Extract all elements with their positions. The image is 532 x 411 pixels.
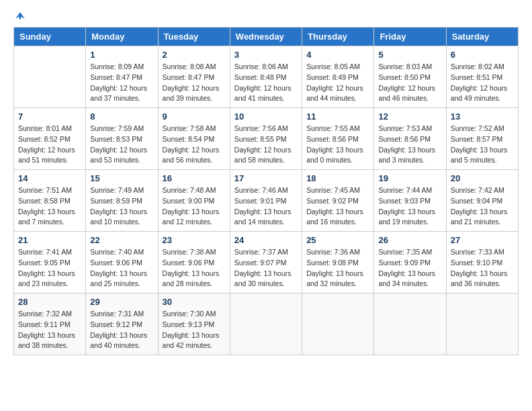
day-info: Sunrise: 7:30 AM Sunset: 9:13 PM Dayligh…	[163, 309, 226, 351]
day-number: 2	[163, 50, 226, 60]
day-number: 30	[163, 297, 226, 307]
day-info: Sunrise: 8:08 AM Sunset: 8:47 PM Dayligh…	[163, 62, 226, 104]
day-info: Sunrise: 7:41 AM Sunset: 9:05 PM Dayligh…	[18, 247, 81, 289]
day-number: 16	[163, 173, 226, 183]
calendar-cell: 25Sunrise: 7:36 AM Sunset: 9:08 PM Dayli…	[302, 232, 374, 293]
day-info: Sunrise: 7:53 AM Sunset: 8:56 PM Dayligh…	[378, 124, 441, 166]
day-info: Sunrise: 7:52 AM Sunset: 8:57 PM Dayligh…	[451, 124, 514, 166]
page-header	[13, 13, 519, 20]
day-info: Sunrise: 7:46 AM Sunset: 9:01 PM Dayligh…	[234, 185, 298, 228]
day-info: Sunrise: 7:32 AM Sunset: 9:11 PM Dayligh…	[18, 309, 81, 351]
day-number: 4	[306, 50, 369, 60]
calendar-body: 1Sunrise: 8:09 AM Sunset: 8:47 PM Daylig…	[14, 46, 519, 355]
day-number: 18	[306, 173, 369, 183]
calendar-cell: 2Sunrise: 8:08 AM Sunset: 8:47 PM Daylig…	[158, 46, 230, 108]
day-info: Sunrise: 7:51 AM Sunset: 8:58 PM Dayligh…	[18, 185, 81, 228]
calendar-cell: 4Sunrise: 8:05 AM Sunset: 8:49 PM Daylig…	[302, 46, 374, 108]
day-info: Sunrise: 7:33 AM Sunset: 9:10 PM Dayligh…	[451, 247, 514, 289]
day-info: Sunrise: 8:09 AM Sunset: 8:47 PM Dayligh…	[90, 62, 153, 104]
day-info: Sunrise: 7:58 AM Sunset: 8:54 PM Dayligh…	[163, 124, 226, 166]
calendar-cell: 22Sunrise: 7:40 AM Sunset: 9:06 PM Dayli…	[86, 232, 158, 293]
calendar-day-header: Monday	[86, 28, 158, 46]
calendar-cell: 11Sunrise: 7:55 AM Sunset: 8:56 PM Dayli…	[302, 108, 374, 170]
day-info: Sunrise: 7:49 AM Sunset: 8:59 PM Dayligh…	[90, 185, 153, 228]
calendar-cell: 27Sunrise: 7:33 AM Sunset: 9:10 PM Dayli…	[446, 232, 518, 293]
day-number: 9	[163, 111, 226, 122]
day-info: Sunrise: 7:38 AM Sunset: 9:06 PM Dayligh…	[163, 247, 226, 289]
day-number: 15	[90, 173, 153, 183]
day-number: 20	[451, 173, 514, 183]
calendar-day-header: Friday	[374, 28, 446, 46]
calendar-cell: 9Sunrise: 7:58 AM Sunset: 8:54 PM Daylig…	[158, 108, 230, 170]
calendar-cell: 10Sunrise: 7:56 AM Sunset: 8:55 PM Dayli…	[230, 108, 302, 170]
day-number: 6	[451, 50, 514, 60]
calendar-cell: 24Sunrise: 7:37 AM Sunset: 9:07 PM Dayli…	[230, 232, 302, 293]
logo-bird-icon	[14, 11, 26, 23]
day-number: 23	[163, 235, 226, 245]
day-number: 17	[234, 173, 298, 183]
day-info: Sunrise: 7:36 AM Sunset: 9:08 PM Dayligh…	[306, 247, 369, 289]
day-info: Sunrise: 8:06 AM Sunset: 8:48 PM Dayligh…	[234, 62, 298, 104]
calendar-week-row: 21Sunrise: 7:41 AM Sunset: 9:05 PM Dayli…	[14, 232, 519, 293]
day-number: 5	[378, 50, 441, 60]
day-info: Sunrise: 7:44 AM Sunset: 9:03 PM Dayligh…	[378, 185, 441, 228]
calendar-cell	[446, 293, 518, 355]
calendar-cell: 21Sunrise: 7:41 AM Sunset: 9:05 PM Dayli…	[14, 232, 86, 293]
calendar-table: SundayMondayTuesdayWednesdayThursdayFrid…	[13, 27, 519, 355]
calendar-day-header: Thursday	[302, 28, 374, 46]
svg-marker-0	[15, 12, 25, 20]
day-number: 22	[90, 235, 153, 245]
day-info: Sunrise: 8:01 AM Sunset: 8:52 PM Dayligh…	[18, 124, 81, 166]
day-number: 29	[90, 297, 153, 307]
day-info: Sunrise: 7:48 AM Sunset: 9:00 PM Dayligh…	[163, 185, 226, 228]
day-number: 14	[18, 173, 81, 183]
calendar-day-header: Saturday	[446, 28, 518, 46]
day-info: Sunrise: 7:45 AM Sunset: 9:02 PM Dayligh…	[306, 185, 369, 228]
day-info: Sunrise: 7:40 AM Sunset: 9:06 PM Dayligh…	[90, 247, 153, 289]
day-number: 8	[90, 111, 153, 122]
calendar-cell	[230, 293, 302, 355]
calendar-day-header: Tuesday	[158, 28, 230, 46]
calendar-cell: 20Sunrise: 7:42 AM Sunset: 9:04 PM Dayli…	[446, 170, 518, 232]
day-number: 24	[234, 235, 298, 245]
day-number: 28	[18, 297, 81, 307]
calendar-day-header: Sunday	[14, 28, 86, 46]
calendar-cell: 3Sunrise: 8:06 AM Sunset: 8:48 PM Daylig…	[230, 46, 302, 108]
calendar-cell: 18Sunrise: 7:45 AM Sunset: 9:02 PM Dayli…	[302, 170, 374, 232]
calendar-week-row: 28Sunrise: 7:32 AM Sunset: 9:11 PM Dayli…	[14, 293, 519, 355]
calendar-header: SundayMondayTuesdayWednesdayThursdayFrid…	[14, 28, 519, 46]
day-info: Sunrise: 8:02 AM Sunset: 8:51 PM Dayligh…	[451, 62, 514, 104]
calendar-cell: 5Sunrise: 8:03 AM Sunset: 8:50 PM Daylig…	[374, 46, 446, 108]
day-number: 27	[451, 235, 514, 245]
calendar-cell: 17Sunrise: 7:46 AM Sunset: 9:01 PM Dayli…	[230, 170, 302, 232]
day-info: Sunrise: 7:31 AM Sunset: 9:12 PM Dayligh…	[90, 309, 153, 351]
day-info: Sunrise: 7:55 AM Sunset: 8:56 PM Dayligh…	[306, 124, 369, 166]
calendar-cell: 6Sunrise: 8:02 AM Sunset: 8:51 PM Daylig…	[446, 46, 518, 108]
day-info: Sunrise: 7:56 AM Sunset: 8:55 PM Dayligh…	[234, 124, 298, 166]
day-number: 25	[306, 235, 369, 245]
day-number: 26	[378, 235, 441, 245]
calendar-cell: 13Sunrise: 7:52 AM Sunset: 8:57 PM Dayli…	[446, 108, 518, 170]
calendar-week-row: 1Sunrise: 8:09 AM Sunset: 8:47 PM Daylig…	[14, 46, 519, 108]
calendar-cell: 14Sunrise: 7:51 AM Sunset: 8:58 PM Dayli…	[14, 170, 86, 232]
calendar-cell: 7Sunrise: 8:01 AM Sunset: 8:52 PM Daylig…	[14, 108, 86, 170]
calendar-cell: 23Sunrise: 7:38 AM Sunset: 9:06 PM Dayli…	[158, 232, 230, 293]
calendar-cell: 29Sunrise: 7:31 AM Sunset: 9:12 PM Dayli…	[86, 293, 158, 355]
calendar-cell: 8Sunrise: 7:59 AM Sunset: 8:53 PM Daylig…	[86, 108, 158, 170]
day-info: Sunrise: 7:37 AM Sunset: 9:07 PM Dayligh…	[234, 247, 298, 289]
calendar-day-header: Wednesday	[230, 28, 302, 46]
day-info: Sunrise: 8:05 AM Sunset: 8:49 PM Dayligh…	[306, 62, 369, 104]
day-info: Sunrise: 7:59 AM Sunset: 8:53 PM Dayligh…	[90, 124, 153, 166]
calendar-cell	[302, 293, 374, 355]
calendar-week-row: 14Sunrise: 7:51 AM Sunset: 8:58 PM Dayli…	[14, 170, 519, 232]
calendar-cell: 16Sunrise: 7:48 AM Sunset: 9:00 PM Dayli…	[158, 170, 230, 232]
logo	[13, 13, 26, 20]
calendar-week-row: 7Sunrise: 8:01 AM Sunset: 8:52 PM Daylig…	[14, 108, 519, 170]
day-number: 19	[378, 173, 441, 183]
day-number: 10	[234, 111, 298, 122]
calendar-cell	[374, 293, 446, 355]
day-number: 3	[234, 50, 298, 60]
day-number: 21	[18, 235, 81, 245]
day-number: 13	[451, 111, 514, 122]
calendar-cell	[14, 46, 86, 108]
